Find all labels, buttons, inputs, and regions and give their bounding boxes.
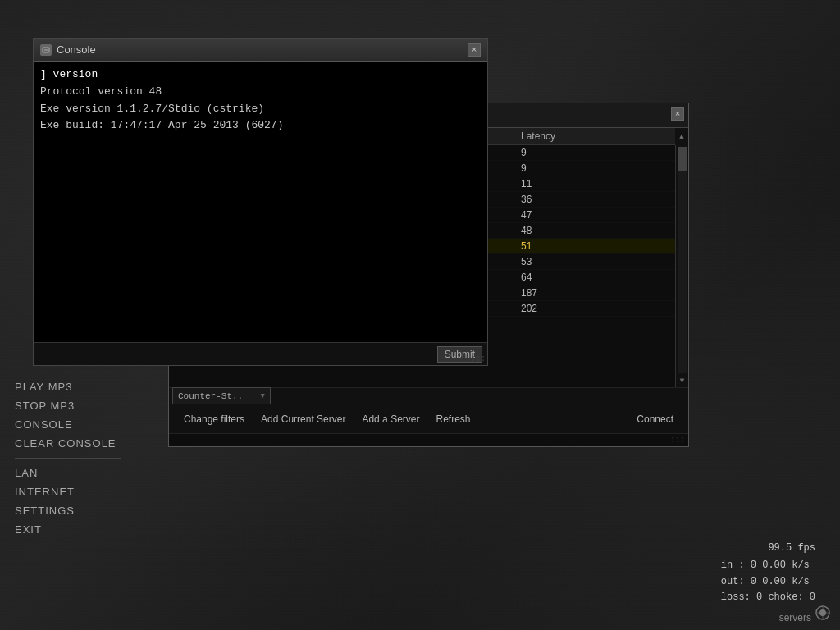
dropdown-arrow-icon: ▼ bbox=[261, 392, 265, 400]
latency-cell: 9 bbox=[518, 162, 600, 174]
latency-cell: 47 bbox=[518, 209, 600, 221]
extra-cell bbox=[600, 240, 657, 252]
col-header-extra bbox=[600, 130, 657, 142]
server-scrollbar[interactable]: ▼ bbox=[675, 145, 688, 387]
extra-cell bbox=[600, 209, 657, 221]
console-icon bbox=[40, 44, 52, 56]
connect-button[interactable]: Connect bbox=[628, 411, 682, 427]
extra-cell bbox=[600, 287, 657, 299]
scroll-thumb[interactable] bbox=[678, 147, 687, 171]
servers-label: servers bbox=[779, 612, 811, 623]
sidebar-item-stop-mp3[interactable]: STOP MP3 bbox=[15, 396, 149, 415]
extra-cell bbox=[600, 194, 657, 205]
steam-icon bbox=[815, 605, 830, 623]
console-input[interactable] bbox=[39, 348, 434, 360]
sidebar: PLAY MP3 STOP MP3 CONSOLE CLEAR CONSOLE … bbox=[0, 369, 164, 547]
server-footer: Change filters Add Current Server Add a … bbox=[169, 404, 688, 433]
extra-cell bbox=[600, 256, 657, 267]
refresh-button[interactable]: Refresh bbox=[427, 411, 478, 427]
extra-cell bbox=[600, 225, 657, 236]
col-header-latency: Latency bbox=[518, 130, 600, 142]
console-input-area: Submit ::: bbox=[34, 342, 487, 365]
console-titlebar: Console × bbox=[34, 39, 487, 62]
latency-cell latency-col: 51 bbox=[518, 240, 600, 252]
sidebar-item-exit[interactable]: EXIT bbox=[15, 520, 149, 539]
extra-cell bbox=[600, 272, 657, 283]
latency-cell: 36 bbox=[518, 194, 600, 205]
latency-cell: 9 bbox=[518, 147, 600, 158]
scroll-arrow-down[interactable]: ▼ bbox=[678, 375, 686, 387]
scroll-track bbox=[678, 147, 687, 373]
add-current-server-button[interactable]: Add Current Server bbox=[253, 411, 354, 427]
latency-cell: 53 bbox=[518, 256, 600, 267]
latency-cell: 187 bbox=[518, 287, 600, 299]
latency-cell: 64 bbox=[518, 272, 600, 283]
sidebar-divider bbox=[15, 458, 121, 459]
console-title: Console bbox=[57, 43, 468, 56]
dropdown-value: Counter-St.. bbox=[178, 391, 243, 401]
sidebar-item-clear-console[interactable]: CLEAR CONSOLE bbox=[15, 434, 149, 453]
sidebar-item-play-mp3[interactable]: PLAY MP3 bbox=[15, 377, 149, 396]
svg-point-3 bbox=[819, 609, 826, 616]
console-line-0: ] version bbox=[40, 66, 481, 84]
resize-grip-icon: ::: bbox=[670, 436, 685, 445]
extra-cell bbox=[600, 147, 657, 158]
latency-cell: 48 bbox=[518, 225, 600, 236]
sidebar-item-console[interactable]: CONSOLE bbox=[15, 415, 149, 434]
console-line-3: Exe build: 17:47:17 Apr 25 2013 (6027) bbox=[40, 117, 481, 135]
extra-cell bbox=[600, 178, 657, 189]
sidebar-item-settings[interactable]: SETTINGS bbox=[15, 501, 149, 520]
network-in: in : 0 0.00 k/s bbox=[721, 558, 815, 573]
server-dropdown-area: Counter-St.. ▼ bbox=[169, 387, 688, 404]
sidebar-item-internet[interactable]: INTERNET bbox=[15, 482, 149, 501]
console-close-button[interactable]: × bbox=[468, 43, 481, 57]
console-grip-icon: ::: bbox=[471, 354, 486, 363]
sidebar-item-lan[interactable]: LAN bbox=[15, 463, 149, 482]
add-server-button[interactable]: Add a Server bbox=[354, 411, 427, 427]
console-line-1: Protocol version 48 bbox=[40, 84, 481, 101]
server-browser-close-button[interactable]: × bbox=[671, 107, 684, 121]
console-output: ] version Protocol version 48 Exe versio… bbox=[34, 62, 487, 342]
latency-cell: 11 bbox=[518, 178, 600, 189]
network-out: out: 0 0.00 k/s bbox=[721, 574, 815, 590]
change-filters-button[interactable]: Change filters bbox=[176, 411, 253, 427]
console-window: Console × ] version Protocol version 48 … bbox=[33, 38, 488, 366]
server-filter-dropdown[interactable]: Counter-St.. ▼ bbox=[172, 387, 271, 405]
fps-display: 99.5 fps bbox=[721, 541, 815, 556]
extra-cell bbox=[600, 303, 657, 314]
console-line-2: Exe version 1.1.2.7/Stdio (cstrike) bbox=[40, 101, 481, 118]
latency-cell: 202 bbox=[518, 303, 600, 314]
network-loss: loss: 0 choke: 0 bbox=[721, 590, 815, 605]
stats-overlay: 99.5 fps in : 0 0.00 k/s out: 0 0.00 k/s… bbox=[721, 541, 815, 605]
extra-cell bbox=[600, 162, 657, 174]
scroll-arrow-up-container: ▲ bbox=[675, 128, 688, 145]
server-bottom-bar: ::: bbox=[169, 433, 688, 446]
scroll-arrow-up[interactable]: ▲ bbox=[679, 133, 683, 141]
